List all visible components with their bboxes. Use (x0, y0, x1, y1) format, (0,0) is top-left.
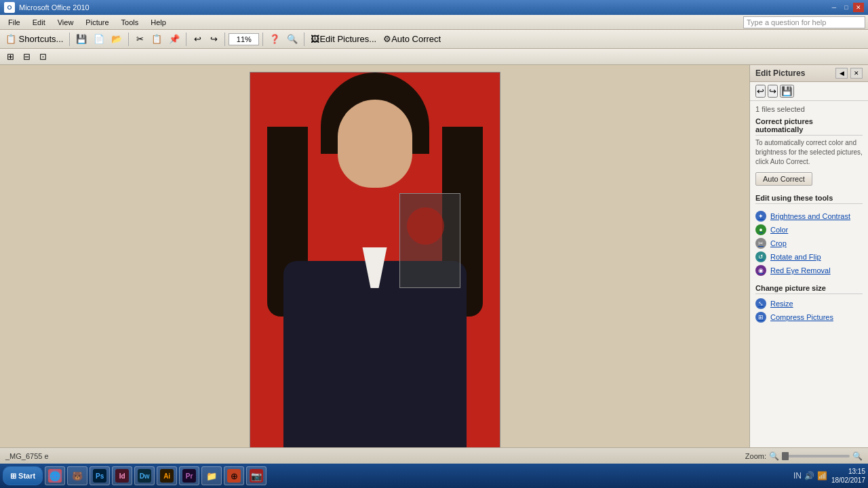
clock: 13:15 18/02/2017 (831, 467, 865, 485)
panel-header: Edit Pictures ◀ ✕ (750, 65, 868, 82)
menu-edit[interactable]: Edit (27, 17, 51, 28)
app-icon: O (4, 2, 15, 13)
menu-help[interactable]: Help (145, 17, 172, 28)
zoom-value[interactable]: 11% (229, 33, 259, 45)
volume-icon[interactable]: 🔊 (804, 471, 814, 481)
brightness-icon: ✦ (755, 211, 766, 222)
zoom-slider[interactable] (782, 455, 850, 458)
close-button[interactable]: ✕ (853, 3, 864, 12)
open-btn[interactable]: 📂 (108, 32, 125, 47)
brightness-label: Brightness and Contrast (770, 212, 850, 220)
clock-date: 18/02/2017 (831, 476, 865, 485)
taskbar-app-indesign[interactable]: Id (112, 466, 132, 485)
help-search-box[interactable]: Type a question for help (743, 16, 865, 28)
copy-btn[interactable]: 📋 (149, 32, 165, 47)
taskbar-app-extra1[interactable]: ⊕ (224, 466, 244, 485)
toolbar-sep-3 (186, 33, 186, 46)
minimize-button[interactable]: ─ (829, 3, 840, 12)
shortcuts-btn[interactable]: 📋 Shortcuts... (3, 32, 66, 47)
tool-color[interactable]: ● Color (755, 223, 863, 237)
zoom-out-btn[interactable]: 🔍 (284, 32, 300, 47)
crop-overlay[interactable] (399, 193, 460, 288)
toolbar-sep-4 (224, 33, 225, 46)
photo-container (250, 72, 500, 447)
menu-view[interactable]: View (52, 17, 79, 28)
taskbar-app-illustrator[interactable]: Ai (157, 466, 177, 485)
color-icon: ● (755, 224, 766, 235)
panel-tb-btn1[interactable]: ↩ (755, 85, 766, 98)
resize-label: Resize (770, 300, 793, 308)
menu-tools[interactable]: Tools (116, 17, 144, 28)
toolbar-sep-5 (262, 33, 263, 46)
taskbar-app-dreamweaver[interactable]: Dw (134, 466, 155, 485)
system-tray: IN 🔊 📶 (793, 471, 827, 481)
auto-correct-btn[interactable]: ⚙ Auto Correct (380, 32, 443, 47)
status-bar: _MG_6755 e Zoom: 🔍 🔍 (0, 447, 868, 464)
taskbar-app-explorer[interactable]: 🐻 (67, 466, 87, 485)
tb2-btn1[interactable]: ⊞ (3, 49, 18, 64)
extra2-icon: 📷 (250, 469, 263, 483)
save-btn[interactable]: 💾 (73, 32, 90, 47)
explorer-icon: 🐻 (71, 469, 84, 483)
zoom-slider-thumb (782, 452, 789, 460)
auto-correct-panel-btn[interactable]: Auto Correct (755, 172, 812, 186)
canvas-area[interactable] (0, 65, 749, 447)
cut-btn[interactable]: ✂ (132, 32, 147, 47)
panel-collapse-btn[interactable]: ◀ (835, 68, 848, 79)
title-controls: ─ □ ✕ (829, 3, 864, 12)
tool-rotate[interactable]: ↺ Rotate and Flip (755, 250, 863, 264)
tool-brightness[interactable]: ✦ Brightness and Contrast (755, 209, 863, 223)
tool-crop[interactable]: ✂ Crop (755, 237, 863, 250)
jacket (283, 261, 467, 447)
panel-icons: ◀ ✕ (835, 68, 863, 79)
taskbar-app-chrome[interactable]: 🌐 (45, 466, 65, 485)
compress-label: Compress Pictures (770, 313, 833, 321)
taskbar-app-premiere[interactable]: Pr (179, 466, 199, 485)
title-bar: O Microsoft Office 2010 ─ □ ✕ (0, 0, 868, 15)
photo-background (250, 73, 500, 447)
zoom-in-status[interactable]: 🔍 (852, 451, 863, 461)
tool-red-eye[interactable]: ◉ Red Eye Removal (755, 264, 863, 277)
taskbar-app-photoshop[interactable]: Ps (90, 466, 110, 485)
tb2-btn2[interactable]: ⊟ (19, 49, 34, 64)
toolbar2: ⊞ ⊟ ⊡ (0, 49, 868, 65)
tb2-btn3[interactable]: ⊡ (35, 49, 50, 64)
main-area: Edit Pictures ◀ ✕ ↩ ↪ 💾 1 files selected… (0, 65, 868, 447)
paste-btn[interactable]: 📌 (166, 32, 182, 47)
zoom-control: Zoom: 🔍 🔍 (745, 451, 863, 461)
taskbar-right: IN 🔊 📶 13:15 18/02/2017 (793, 467, 865, 485)
toolbar: 📋 Shortcuts... 💾 📄 📂 ✂ 📋 📌 ↩ ↪ 11% ❓ 🔍 🖼… (0, 30, 868, 49)
toolbar-sep-2 (128, 33, 129, 46)
network-icon: 📶 (817, 471, 827, 481)
keyboard-indicator: IN (793, 471, 802, 481)
clock-time: 13:15 (831, 467, 865, 476)
rotate-icon: ↺ (755, 251, 766, 262)
correct-section-desc: To automatically correct color and brigh… (755, 138, 863, 167)
panel-tb-save[interactable]: 💾 (780, 85, 794, 98)
compress-icon: ⊞ (755, 312, 766, 323)
start-button[interactable]: ⊞ Start (3, 466, 43, 485)
indesign-icon: Id (115, 469, 129, 483)
tool-resize[interactable]: ⤡ Resize (755, 297, 863, 310)
illustrator-icon: Ai (160, 469, 174, 483)
red-eye-label: Red Eye Removal (770, 266, 831, 274)
correct-section-title: Correct pictures automatically (755, 117, 863, 136)
redo-btn[interactable]: ↪ (206, 32, 221, 47)
edit-pictures-btn[interactable]: 🖼 Edit Pictures... (308, 32, 379, 47)
dreamweaver-icon: Dw (138, 469, 151, 483)
undo-btn[interactable]: ↩ (190, 32, 205, 47)
panel-close-btn[interactable]: ✕ (850, 68, 863, 79)
restore-button[interactable]: □ (841, 3, 852, 12)
new-btn[interactable]: 📄 (91, 32, 107, 47)
premiere-icon: Pr (182, 469, 196, 483)
panel-tb-btn2[interactable]: ↪ (768, 85, 778, 98)
face (338, 100, 412, 188)
tool-compress[interactable]: ⊞ Compress Pictures (755, 310, 863, 324)
menu-file[interactable]: File (3, 17, 26, 28)
zoom-label: Zoom: (745, 452, 766, 460)
menu-picture[interactable]: Picture (80, 17, 114, 28)
zoom-out-status[interactable]: 🔍 (769, 451, 779, 461)
taskbar-app-extra2[interactable]: 📷 (246, 466, 267, 485)
taskbar-app-files[interactable]: 📁 (201, 466, 222, 485)
help-btn[interactable]: ❓ (267, 32, 283, 47)
